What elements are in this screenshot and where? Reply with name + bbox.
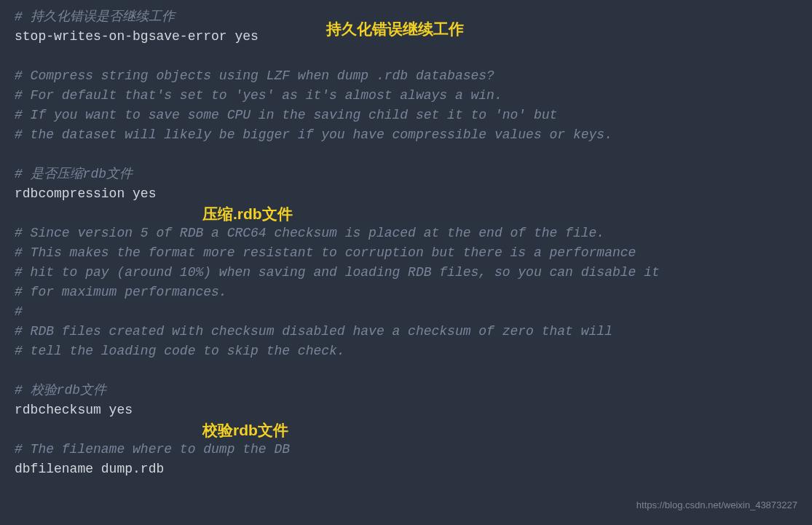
comment-compress-3: # If you want to save some CPU in the sa… bbox=[15, 106, 797, 125]
config-rdbcompression: rdbcompression yes bbox=[15, 184, 797, 204]
blank-line bbox=[15, 145, 797, 165]
comment-compress-cn: # 是否压缩rdb文件 bbox=[15, 165, 797, 184]
comment-compress-4: # the dataset will likely be bigger if y… bbox=[15, 125, 797, 145]
comment-checksum-4: # for maximum performances. bbox=[15, 283, 797, 302]
config-dbfilename: dbfilename dump.rdb bbox=[15, 459, 797, 479]
comment-dbfilename: # The filename where to dump the DB bbox=[15, 440, 797, 459]
comment-checksum-6: # RDB files created with checksum disabl… bbox=[15, 322, 797, 342]
annotation-compress-rdb: 压缩.rdb文件 bbox=[202, 202, 293, 226]
comment-compress-1: # Compress string objects using LZF when… bbox=[15, 66, 797, 86]
comment-checksum-cn: # 校验rdb文件 bbox=[15, 381, 797, 400]
comment-checksum-2: # This makes the format more resistant t… bbox=[15, 243, 797, 263]
blank-line bbox=[15, 420, 797, 440]
annotation-check-rdb: 校验rdb文件 bbox=[202, 419, 288, 442]
watermark-text: https://blog.csdn.net/weixin_43873227 bbox=[636, 498, 797, 513]
annotation-persist-error: 持久化错误继续工作 bbox=[326, 17, 464, 41]
blank-line bbox=[15, 204, 797, 224]
comment-checksum-5: # bbox=[15, 302, 797, 322]
comment-checksum-3: # hit to pay (around 10%) when saving an… bbox=[15, 263, 797, 283]
config-rdbchecksum: rdbchecksum yes bbox=[15, 400, 797, 420]
comment-checksum-1: # Since version 5 of RDB a CRC64 checksu… bbox=[15, 224, 797, 243]
blank-line bbox=[15, 361, 797, 381]
blank-line bbox=[15, 47, 797, 66]
comment-checksum-7: # tell the loading code to skip the chec… bbox=[15, 342, 797, 361]
comment-compress-2: # For default that's set to 'yes' as it'… bbox=[15, 86, 797, 106]
